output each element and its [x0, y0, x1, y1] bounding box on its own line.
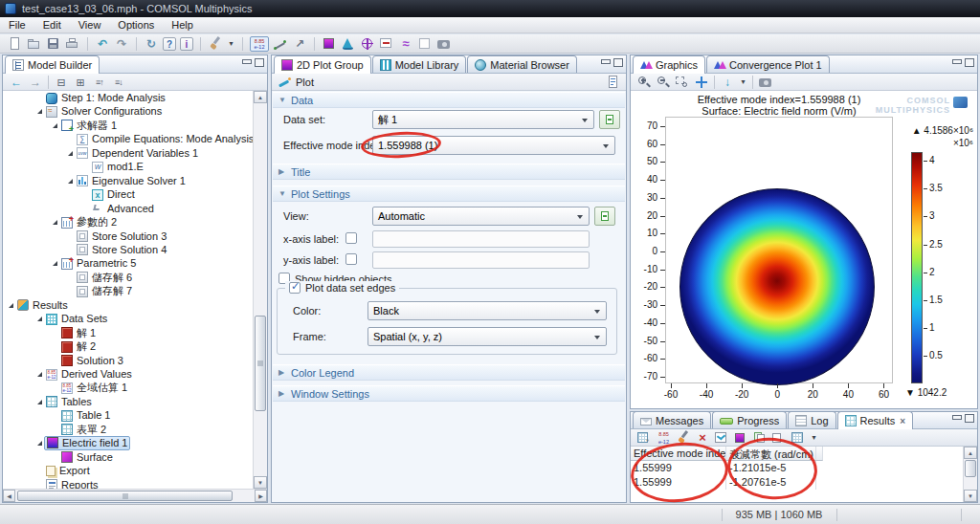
expand-arrow-icon[interactable]	[68, 179, 73, 184]
maximize-icon[interactable]	[965, 58, 974, 67]
tree-item-compile-equations-mode-analysis[interactable]: ∑Compile Equations: Mode Analysis	[3, 132, 253, 146]
move-up-button[interactable]: ≡↑	[91, 74, 108, 91]
color-select[interactable]: Black	[368, 301, 607, 320]
tree-item-step-1-mode-analysis[interactable]: Step 1: Mode Analysis	[3, 91, 253, 105]
blank-plot-button[interactable]	[416, 35, 434, 53]
data-set-refresh-button[interactable]	[599, 110, 620, 129]
tree-item-parametric-5[interactable]: +Parametric 5	[3, 256, 253, 271]
section-header-plot-settings[interactable]: ▼ Plot Settings	[273, 186, 625, 202]
zoom-box-button[interactable]	[674, 74, 691, 91]
nav-back-button[interactable]: ←	[8, 74, 25, 91]
scrollbar-thumb[interactable]	[255, 316, 266, 411]
tab-material-browser[interactable]: Material Browser	[467, 55, 577, 73]
tree-item-surface[interactable]: Surface	[3, 450, 253, 465]
table-settings-button[interactable]: *	[635, 429, 653, 447]
scroll-down-icon[interactable]: ▼	[964, 490, 977, 502]
expand-arrow-icon[interactable]	[37, 441, 42, 446]
tree-item-儲存解-7[interactable]: 儲存解 7	[3, 284, 253, 298]
tab-model-builder[interactable]: Model Builder	[5, 55, 100, 74]
view-menu-caret[interactable]: ▾	[738, 74, 748, 91]
tree-item-reports[interactable]: Reports	[3, 478, 253, 489]
section-header-title[interactable]: ▶ Title	[273, 164, 625, 180]
expand-arrow-icon[interactable]	[9, 303, 13, 308]
snapshot-button[interactable]	[435, 35, 453, 53]
expand-arrow-icon[interactable]	[37, 372, 42, 377]
tab-messages[interactable]: Messages	[633, 411, 711, 428]
expand-arrow-icon[interactable]	[37, 317, 42, 321]
print-button[interactable]	[64, 35, 81, 53]
tree-item-solver-configurations[interactable]: ≈Solver Configurations	[3, 104, 253, 119]
tree-item-table-1[interactable]: Table 1	[3, 408, 253, 423]
help-button[interactable]: ?	[162, 35, 177, 53]
section-help-icon[interactable]	[606, 75, 621, 90]
plot-edges-checkbox[interactable]	[289, 282, 301, 294]
tree-item-tables[interactable]: Tables	[3, 395, 253, 409]
zoom-out-button[interactable]	[655, 74, 672, 91]
view-select[interactable]: Automatic	[372, 207, 590, 226]
zoom-extents-button[interactable]	[693, 74, 710, 91]
nav-forward-button[interactable]: →	[27, 74, 44, 91]
menu-edit[interactable]: Edit	[34, 17, 70, 33]
section-header-data[interactable]: ▼ Data	[273, 92, 625, 108]
clear-plot-button[interactable]	[207, 35, 224, 53]
minimize-icon[interactable]	[600, 58, 610, 67]
expand-arrow-icon[interactable]	[68, 151, 73, 156]
tree-item-參數的-2[interactable]: +參數的 2	[3, 215, 253, 229]
section-header-window-settings[interactable]: ▶ Window Settings	[273, 385, 625, 402]
plot-2d-button[interactable]	[321, 35, 338, 53]
tree-item-results[interactable]: Results	[3, 298, 253, 313]
table-menu-caret[interactable]: ▾	[809, 429, 819, 447]
tree-item-data-sets[interactable]: Data Sets	[3, 312, 253, 326]
tree-item-全域估算-1[interactable]: 8.85e-12全域估算 1	[3, 381, 253, 395]
tab-progress[interactable]: Progress	[712, 411, 787, 428]
tab-convergence-plot-1[interactable]: Convergence Plot 1	[706, 55, 830, 73]
close-icon[interactable]: ×	[900, 416, 905, 426]
tree-item-求解器-1[interactable]: +求解器 1	[3, 119, 253, 133]
tree-item-解-2[interactable]: 解 2	[3, 339, 253, 354]
save-button[interactable]	[45, 35, 62, 53]
tree-item-解-1[interactable]: 解 1	[3, 326, 253, 340]
scroll-left-icon[interactable]: ◀	[3, 490, 15, 502]
zoom-in-button[interactable]	[635, 74, 653, 91]
tree-item-store-solution-4[interactable]: Store Solution 4	[3, 243, 253, 257]
scroll-up-icon[interactable]: ▲	[254, 91, 267, 103]
open-button[interactable]	[26, 35, 43, 53]
expand-all-button[interactable]: ⊞	[72, 74, 89, 91]
collapse-all-button[interactable]: ⊟	[53, 74, 70, 91]
draw-arrow-button[interactable]: ↗	[291, 35, 308, 53]
data-set-select[interactable]: 解 1	[372, 110, 594, 129]
section-header-color-legend[interactable]: ▶ Color Legend	[273, 364, 625, 381]
go-to-view-button[interactable]: ↓	[719, 74, 736, 91]
tab-results[interactable]: Results×	[837, 411, 914, 429]
tab-2d-plot-group[interactable]: 2D Plot Group	[274, 55, 371, 74]
tree-horizontal-scrollbar[interactable]: ◀ ▶	[3, 489, 267, 502]
undo-button[interactable]: ↶	[94, 35, 111, 53]
minimize-icon[interactable]	[241, 58, 251, 67]
scroll-right-icon[interactable]: ▶	[255, 490, 267, 502]
minimize-icon[interactable]	[951, 414, 961, 423]
maximize-icon[interactable]	[255, 58, 264, 67]
update-solution-button[interactable]: ↻	[143, 35, 160, 53]
tree-item-advanced[interactable]: Advanced	[3, 202, 253, 216]
maximize-icon[interactable]	[613, 58, 623, 67]
minimize-icon[interactable]	[951, 58, 961, 67]
table-graph-button[interactable]	[713, 429, 730, 447]
plot-button[interactable]: Plot	[296, 76, 314, 88]
polar-plot-button[interactable]	[359, 35, 376, 53]
frame-select[interactable]: Spatial (x, y, z)	[368, 327, 607, 346]
tree-item-mod1e[interactable]: Wmod1.E	[3, 160, 253, 174]
tree-item-儲存解-6[interactable]: 儲存解 6	[3, 271, 253, 285]
snapshot-button[interactable]	[757, 74, 774, 91]
new-file-button[interactable]	[7, 35, 24, 53]
tree-item-eigenvalue-solver-1[interactable]: Eigenvalue Solver 1	[3, 174, 253, 188]
tab-graphics[interactable]: Graphics	[633, 55, 705, 74]
x-axis-input[interactable]	[372, 230, 590, 248]
tree-item-solution-3[interactable]: Solution 3	[3, 354, 253, 368]
plot-3d-button[interactable]	[340, 35, 357, 53]
tree-item-direct[interactable]: xDirect	[3, 187, 253, 202]
menu-options[interactable]: Options	[109, 17, 163, 33]
expand-arrow-icon[interactable]	[37, 109, 42, 114]
scrollbar-thumb[interactable]	[17, 491, 233, 501]
view-refresh-button[interactable]	[594, 207, 615, 226]
expand-arrow-icon[interactable]	[53, 220, 57, 225]
